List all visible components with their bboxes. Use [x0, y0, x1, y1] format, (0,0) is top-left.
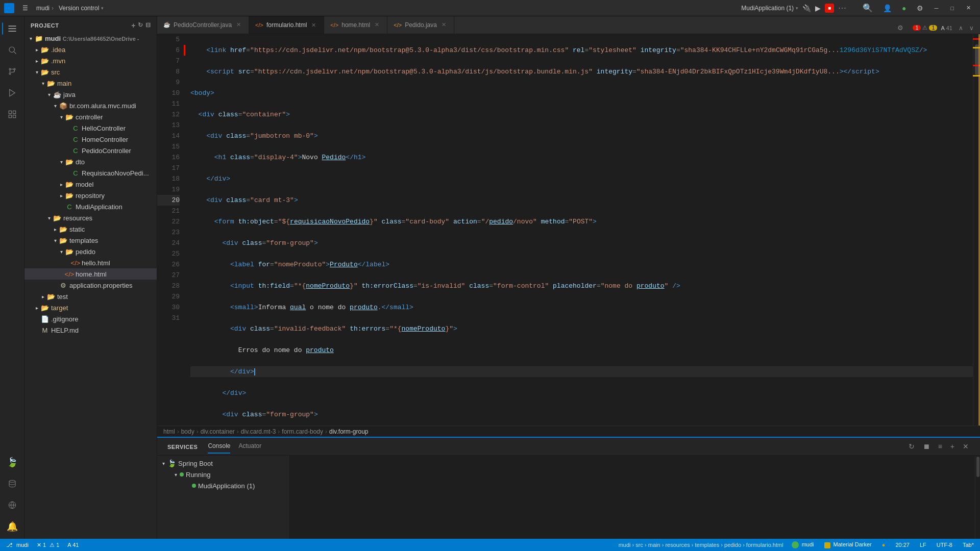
tree-item-java[interactable]: ▾ ☕ java	[24, 89, 157, 100]
tree-item-hello-html[interactable]: ▸ </> hello.html	[24, 257, 157, 268]
console-scrollbar[interactable]	[975, 456, 980, 539]
spring-icon[interactable]: 🍃	[2, 452, 22, 472]
encoding-indicator[interactable]: UTF-8	[935, 542, 954, 548]
tree-item-main[interactable]: ▾ 📂 main	[24, 78, 157, 89]
tab-close-formulario[interactable]: ✕	[310, 21, 317, 29]
error-indicator[interactable]: ✕ 1 ⚠ 1	[35, 542, 61, 548]
tree-item-HELP-md[interactable]: ▸ M HELP.md	[24, 324, 157, 336]
profile-indicator[interactable]: mudi	[790, 541, 816, 548]
services-mudi-app[interactable]: ▸ MudiApplication (1)	[157, 480, 289, 491]
branch-indicator[interactable]: ⎇ mudi	[4, 542, 31, 548]
console-scrollbar-thumb[interactable]	[976, 457, 979, 477]
close-button[interactable]: ✕	[961, 3, 976, 13]
account-icon[interactable]: 👤	[879, 2, 896, 14]
version-control-label[interactable]: Version control ▾	[56, 5, 107, 12]
close-panel-icon[interactable]: ✕	[960, 441, 972, 452]
extensions-icon[interactable]	[2, 104, 22, 124]
tab-home[interactable]: </> home.html ✕	[324, 16, 387, 34]
refresh-panel-icon[interactable]: ↻	[905, 441, 918, 452]
tab-close-Pedido[interactable]: ✕	[440, 21, 448, 29]
tree-item-PedidoController[interactable]: ▸ C PedidoController	[24, 145, 157, 156]
remote-icon[interactable]	[2, 495, 22, 515]
tree-item-mudi-root[interactable]: ▾ 📁 mudi C:\Users\a864652\OneDrive -	[24, 33, 157, 44]
tree-item-gitignore[interactable]: ▸ 📄 .gitignore	[24, 313, 157, 324]
scrollbar-track[interactable]	[973, 34, 980, 425]
tree-item-application-props[interactable]: ▸ ⚙ application.properties	[24, 280, 157, 291]
hamburger-menu[interactable]: ☰	[18, 3, 32, 14]
plugin-icon[interactable]: 🔌	[802, 4, 811, 12]
tab-Pedido[interactable]: </> Pedido.java ✕	[387, 16, 454, 34]
line-ending-indicator[interactable]: LF	[918, 542, 928, 548]
tree-item-static[interactable]: ▸ 📂 static	[24, 223, 157, 235]
tree-item-HelloController[interactable]: ▸ C HelloController	[24, 122, 157, 134]
tab-size-indicator[interactable]: Tab*	[961, 542, 976, 548]
maximize-button[interactable]: □	[945, 3, 959, 13]
tree-item-pedido[interactable]: ▾ 📂 pedido	[24, 246, 157, 257]
stop-icon[interactable]: ■	[825, 4, 834, 13]
search-icon-titlebar[interactable]: 🔍	[859, 1, 877, 15]
tree-item-src[interactable]: ▾ 📂 src	[24, 66, 157, 78]
run-icon[interactable]: ▶	[815, 4, 821, 12]
tree-item-controller[interactable]: ▾ 📂 controller	[24, 111, 157, 122]
time-indicator[interactable]: 20:27	[893, 542, 912, 548]
breadcrumb-item-container[interactable]: div.container	[201, 428, 235, 435]
tab-close-PedidoController[interactable]: ✕	[235, 21, 242, 29]
tree-item-package[interactable]: ▾ 📦 br.com.alura.mvc.mudi	[24, 100, 157, 111]
tree-arrow: ▸	[51, 225, 59, 233]
tree-item-target[interactable]: ▸ 📂 target	[24, 302, 157, 313]
services-running[interactable]: ▾ Running	[157, 469, 289, 480]
tab-close-home[interactable]: ✕	[373, 21, 381, 29]
git-icon[interactable]	[2, 61, 22, 82]
explorer-icon[interactable]	[2, 18, 22, 39]
filter-icon[interactable]: ≡	[935, 441, 945, 452]
tree-item-idea[interactable]: ▸ 📂 .idea	[24, 44, 157, 55]
tree-item-home-html[interactable]: ▸ </> home.html	[24, 268, 157, 280]
actuator-tab[interactable]: Actuator	[238, 439, 261, 454]
tree-item-templates[interactable]: ▾ 📂 templates	[24, 235, 157, 246]
tree-item-dto[interactable]: ▾ 📂 dto	[24, 156, 157, 167]
notification-indicator[interactable]: A 41	[65, 542, 81, 548]
run-config-label[interactable]: MudiApplication (1) ▾	[741, 5, 798, 12]
breadcrumb-item-html[interactable]: html	[163, 428, 175, 435]
refresh-icon[interactable]: ↻	[138, 21, 143, 30]
tree-item-MudiApplication[interactable]: ▸ C MudiApplication	[24, 201, 157, 212]
breadcrumb-item-form[interactable]: form.card-body	[282, 428, 323, 435]
tree-item-HomeController[interactable]: ▸ C HomeController	[24, 134, 157, 145]
notifications-icon[interactable]: 🔔	[2, 516, 22, 537]
new-file-icon[interactable]: +	[131, 21, 136, 30]
services-spring-boot[interactable]: ▾ 🍃 Spring Boot	[157, 458, 289, 469]
tree-item-model[interactable]: ▸ 📂 model	[24, 179, 157, 190]
console-tab[interactable]: Console	[208, 439, 230, 454]
code-editor-scroll[interactable]: 5 6 7 8 9 10 11 12 13 14 15 16 17 18 19 …	[157, 34, 980, 425]
tree-item-repository[interactable]: ▸ 📂 repository	[24, 190, 157, 201]
tab-formulario[interactable]: </> formulario.html ✕	[249, 16, 324, 34]
tree-item-test[interactable]: ▸ 📂 test	[24, 291, 157, 302]
add-panel-icon[interactable]: +	[947, 441, 958, 452]
breadcrumb-item-body[interactable]: body	[181, 428, 194, 435]
tab-settings-icon[interactable]: ⚙	[894, 22, 906, 34]
tree-item-mvn[interactable]: ▸ 📂 .mvn	[24, 55, 157, 66]
breadcrumb-item-card[interactable]: div.card.mt-3	[241, 428, 276, 435]
console-output[interactable]	[290, 456, 975, 539]
tree-item-RequisicaoNovoPed[interactable]: ▸ C RequisicaoNovoPedi...	[24, 167, 157, 179]
user-avatar[interactable]: ●	[898, 2, 910, 14]
search-icon[interactable]	[2, 40, 22, 60]
stop-panel-icon[interactable]: ⏹	[920, 441, 933, 452]
database-icon[interactable]	[2, 473, 22, 494]
tree-label: templates	[69, 237, 98, 244]
minimize-button[interactable]: ─	[929, 3, 944, 13]
indicator-dot[interactable]: ●	[880, 542, 888, 548]
breadcrumb-item-formgroup[interactable]: div.form-group	[329, 428, 368, 435]
status-path[interactable]: mudi › src › main › resources › template…	[619, 542, 783, 548]
debug-icon[interactable]	[2, 83, 22, 103]
theme-indicator[interactable]: Material Darker	[822, 541, 874, 548]
tree-item-resources[interactable]: ▾ 📂 resources	[24, 212, 157, 223]
more-icon[interactable]: ⋯	[838, 3, 846, 13]
git-branch-icon: ⎇	[6, 542, 13, 548]
chevron-down-icon[interactable]: ∨	[967, 23, 976, 33]
settings-icon[interactable]: ⚙	[913, 2, 927, 14]
code-content[interactable]: <link href="https://cdn.jsdelivr.net/npm…	[186, 34, 973, 425]
chevron-up-icon[interactable]: ∧	[957, 23, 965, 33]
tab-PedidoController[interactable]: ☕ PedidoController.java ✕	[157, 16, 249, 34]
collapse-icon[interactable]: ⊟	[145, 21, 151, 30]
